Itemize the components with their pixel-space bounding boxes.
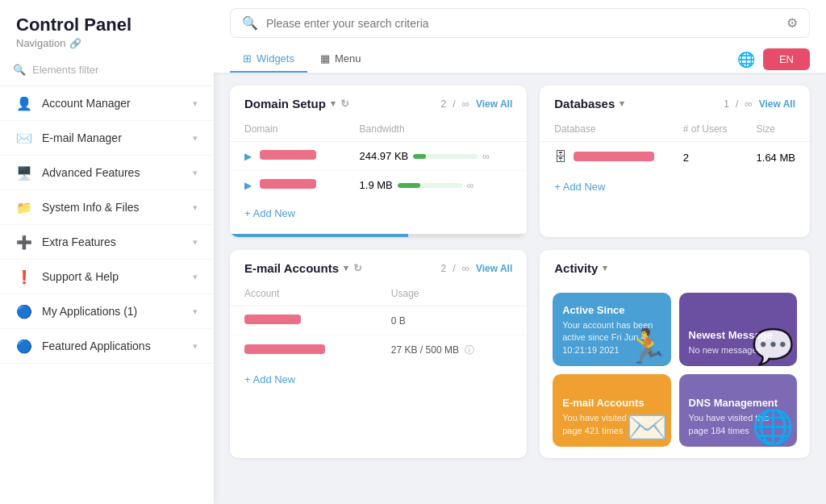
activity-card-newest-message[interactable]: Newest Message No new messages 💬: [679, 293, 797, 366]
domain-col-bandwidth: Bandwidth: [345, 119, 528, 142]
table-row: 🗄 2 1.64 MB: [540, 142, 810, 173]
sidebar-item-extra-features[interactable]: ➕ Extra Features ▾: [0, 225, 214, 260]
chevron-icon: ▾: [193, 202, 198, 213]
info-icon[interactable]: ⓘ: [465, 344, 474, 356]
chevron-icon: ▾: [193, 306, 198, 317]
search-input[interactable]: [266, 17, 778, 30]
sidebar-item-featured-applications[interactable]: 🔵 Featured Applications ▾: [0, 329, 214, 364]
refresh-icon[interactable]: ↻: [340, 98, 349, 110]
nav-icon: 🔵: [16, 338, 32, 354]
nav-icon: ❗: [16, 269, 32, 285]
sidebar-item-my-applications[interactable]: 🔵 My Applications (1) ▾: [0, 294, 214, 329]
sidebar-item-account-manager[interactable]: 👤 Account Manager ▾: [0, 86, 214, 121]
domain-view-all[interactable]: View All: [476, 98, 512, 110]
db-view-all[interactable]: View All: [759, 98, 795, 110]
domain-col-domain: Domain: [230, 119, 345, 142]
domain-setup-title: Domain Setup ▾ ↻: [244, 97, 349, 110]
sidebar-item-advanced-features[interactable]: 🖥️ Advanced Features ▾: [0, 156, 214, 190]
email-view-all[interactable]: View All: [476, 263, 512, 274]
chevron-down-icon: ▾: [620, 98, 624, 109]
email-col-usage: Usage: [377, 283, 527, 306]
language-button[interactable]: EN: [763, 48, 810, 70]
email-table: Account Usage 0 B: [230, 283, 527, 365]
email-accounts-header: E-mail Accounts ▾ ↻ 2 / ∞ View All: [230, 250, 527, 283]
tab-menu[interactable]: ▦ Menu: [307, 46, 374, 73]
bottom-panels-row: E-mail Accounts ▾ ↻ 2 / ∞ View All Acco: [230, 250, 810, 458]
redacted-db: [574, 152, 654, 161]
nav-icon: 📁: [16, 199, 32, 215]
domain-setup-meta: 2 / ∞ View All: [441, 98, 513, 110]
bandwidth-fill: [413, 154, 426, 159]
link-icon: 🔗: [69, 38, 81, 49]
sidebar-item-system-info[interactable]: 📁 System Info & Files ▾: [0, 190, 214, 225]
table-row: 0 B: [230, 306, 527, 335]
play-icon[interactable]: ▶: [244, 180, 252, 191]
card-illustration: 🏃: [626, 327, 668, 366]
table-row: ▶ 244.97 KB ∞: [230, 142, 527, 171]
nav-item-left: 🔵 My Applications (1): [16, 303, 137, 319]
sidebar-item-email-manager[interactable]: ✉️ E-mail Manager ▾: [0, 121, 214, 156]
refresh-icon[interactable]: ↻: [353, 262, 362, 274]
nav-icon: 👤: [16, 95, 32, 111]
db-users-cell: 2: [669, 142, 742, 173]
filter-icon[interactable]: ⚙: [786, 15, 798, 31]
bandwidth-fill: [398, 183, 420, 188]
sidebar-title: Control Panel: [16, 15, 198, 35]
topbar-nav: ⊞ Widgets ▦ Menu 🌐 EN: [230, 46, 810, 73]
chevron-icon: ▾: [193, 168, 198, 178]
widgets-icon: ⊞: [243, 52, 252, 65]
nav-label: Extra Features: [42, 235, 116, 248]
card-illustration: 🌐: [752, 407, 794, 447]
chevron-icon: ▾: [193, 341, 198, 352]
activity-card-email-accounts[interactable]: E-mail Accounts You have visited this pa…: [553, 374, 670, 447]
chevron-down-icon: ▾: [603, 263, 607, 273]
nav-label: E-mail Manager: [42, 131, 122, 144]
bandwidth-bar: [413, 154, 478, 159]
db-add-new[interactable]: + Add New: [540, 173, 810, 204]
search-bar[interactable]: 🔍 ⚙: [230, 8, 810, 38]
table-row: 27 KB / 500 MB ⓘ: [230, 335, 527, 366]
email-add-new[interactable]: + Add New: [230, 365, 527, 397]
tab-widgets[interactable]: ⊞ Widgets: [230, 46, 307, 73]
domain-cell: ▶: [230, 171, 345, 200]
domain-cell: ▶: [230, 142, 345, 171]
nav-list: 👤 Account Manager ▾ ✉️ E-mail Manager ▾ …: [0, 86, 214, 364]
nav-icon: 🖥️: [16, 165, 32, 181]
sidebar-search[interactable]: 🔍 Elements filter: [0, 57, 214, 86]
sidebar-header: Control Panel Navigation 🔗: [0, 0, 214, 57]
play-icon[interactable]: ▶: [244, 151, 252, 162]
table-row: ▶ 1.9 MB ∞: [230, 171, 527, 200]
bandwidth-cell: 1.9 MB ∞: [345, 171, 528, 200]
activity-card-dns-management[interactable]: DNS Management You have visited this pag…: [679, 374, 797, 447]
redacted-domain: [260, 150, 316, 160]
db-col-users: # of Users: [669, 119, 742, 142]
nav-label: My Applications (1): [42, 305, 137, 318]
nav-label: Support & Help: [42, 270, 119, 283]
email-account-cell: [230, 335, 377, 366]
globe-icon[interactable]: 🌐: [737, 51, 755, 69]
domain-table: Domain Bandwidth ▶ 244.97: [230, 119, 527, 199]
domain-setup-panel: Domain Setup ▾ ↻ 2 / ∞ View All Domain: [230, 85, 527, 237]
redacted-email: [244, 314, 301, 324]
scroll-indicator: [230, 234, 527, 237]
databases-header: Databases ▾ 1 / ∞ View All: [540, 85, 810, 119]
topbar: 🔍 ⚙ ⊞ Widgets ▦ Menu 🌐 EN: [214, 0, 826, 73]
chevron-down-icon: ▾: [331, 98, 336, 109]
databases-meta: 1 / ∞ View All: [724, 98, 795, 110]
search-icon: 🔍: [13, 64, 26, 76]
activity-panel: Activity ▾ Active Since Your account has…: [540, 250, 810, 458]
activity-card-active-since[interactable]: Active Since Your account has been activ…: [553, 293, 670, 366]
redacted-domain: [260, 179, 316, 189]
nav-label: System Info & Files: [42, 201, 140, 214]
domain-add-new[interactable]: + Add New: [230, 199, 527, 231]
search-icon: 🔍: [242, 15, 258, 31]
nav-item-left: 🖥️ Advanced Features: [16, 165, 140, 181]
nav-item-left: 🔵 Featured Applications: [16, 338, 151, 354]
redacted-email: [244, 344, 325, 354]
card-illustration: ✉️: [626, 407, 668, 447]
db-size-cell: 1.64 MB: [742, 142, 810, 173]
sidebar-item-support-help[interactable]: ❗ Support & Help ▾: [0, 260, 214, 294]
nav-item-left: ❗ Support & Help: [16, 269, 119, 285]
nav-item-left: ➕ Extra Features: [16, 234, 116, 250]
nav-label: Featured Applications: [42, 339, 151, 352]
